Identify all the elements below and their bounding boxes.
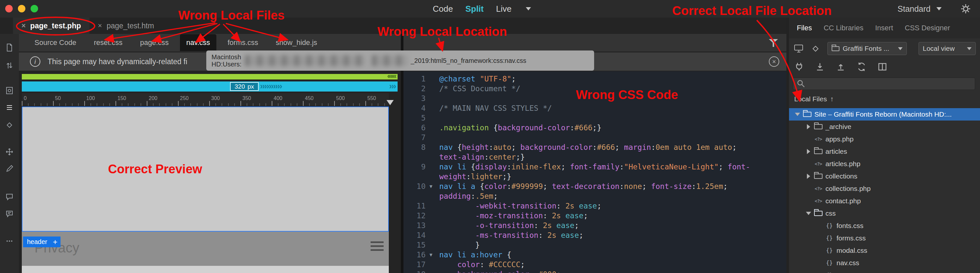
chevron-right-icon[interactable] — [805, 123, 813, 130]
code-line[interactable]: 4/* MAIN NAV CSS STYLES */ — [404, 103, 786, 113]
code-line[interactable]: 11 -webkit-transition: 2s ease; — [404, 201, 786, 211]
caret-spacer — [816, 247, 824, 254]
tree-item-page.css[interactable]: {}page.css — [789, 269, 980, 273]
design-canvas[interactable] — [22, 107, 389, 231]
more-options-icon[interactable] — [5, 236, 14, 247]
code-line[interactable]: 9nav li {display:inline-flex; font-famil… — [404, 162, 786, 172]
code-line[interactable]: 17 color: #CCCCCC; — [404, 260, 786, 270]
tree-item-contact.php[interactable]: <?>contact.php — [789, 195, 980, 207]
code-line[interactable]: 15 } — [404, 240, 786, 250]
related-file-forms.css[interactable]: forms.css — [221, 34, 264, 51]
notes-icon[interactable] — [5, 209, 14, 220]
dom-panel-icon[interactable] — [5, 103, 14, 113]
tree-item-articles.php[interactable]: <?>articles.php — [789, 158, 980, 170]
code-fold-icon[interactable]: ▼ — [430, 250, 439, 260]
close-tab-icon[interactable]: × — [98, 21, 102, 30]
view-mode-code[interactable]: Code — [433, 4, 453, 14]
document-icon[interactable] — [5, 43, 14, 53]
zoom-window-button[interactable] — [30, 5, 38, 13]
settings-button[interactable] — [961, 3, 971, 15]
view-select-dropdown[interactable]: Local view — [918, 42, 976, 55]
related-file-reset.css[interactable]: reset.css — [87, 34, 129, 51]
related-file-Source Code[interactable]: Source Code — [28, 34, 83, 51]
local-files-header[interactable]: Local Files ↑ — [794, 95, 834, 103]
view-mode-split[interactable]: Split — [465, 4, 484, 14]
close-tab-icon[interactable]: × — [21, 21, 26, 30]
panel-tab-files[interactable]: Files — [797, 24, 812, 32]
code-text: /* MAIN NAV CSS STYLES */ — [439, 103, 552, 113]
code-line[interactable]: 3 — [404, 94, 786, 103]
close-infobar-icon[interactable]: × — [769, 56, 779, 67]
minimize-window-button[interactable] — [18, 5, 25, 13]
code-line[interactable]: weight:lighter;} — [404, 172, 786, 182]
code-line[interactable]: 7 — [404, 133, 786, 142]
code-line[interactable]: 1@charset "UTF-8"; — [404, 74, 786, 84]
panel-tab-css-designer[interactable]: CSS Designer — [905, 24, 950, 32]
ruler-tick-label: 250 — [180, 96, 189, 101]
panel-tab-cc-libraries[interactable]: CC Libraries — [824, 24, 863, 32]
move-tool-icon[interactable] — [5, 147, 14, 158]
code-line[interactable]: 18 background-color: #000; — [404, 270, 786, 273]
media-query-drag-handle[interactable] — [387, 100, 394, 105]
code-line[interactable]: 2/* CSS Document */ — [404, 84, 786, 94]
code-view[interactable]: 1@charset "UTF-8";2/* CSS Document */34/… — [404, 71, 786, 273]
code-line[interactable]: 12 -moz-transition: 2s ease; — [404, 211, 786, 220]
connect-server-icon[interactable] — [794, 62, 804, 73]
tree-item-apps.php[interactable]: <?>apps.php — [789, 133, 980, 145]
code-line[interactable]: 13 -o-transition: 2s ease; — [404, 220, 786, 230]
close-window-button[interactable] — [5, 5, 13, 13]
comments-icon[interactable] — [5, 192, 14, 203]
document-tab[interactable]: ×page_test.htm — [89, 18, 163, 34]
panel-tab-insert[interactable]: Insert — [875, 24, 893, 32]
tree-item-articles[interactable]: articles — [789, 145, 980, 158]
tree-item-_archive[interactable]: _archive — [789, 121, 980, 133]
code-line[interactable]: 14 -ms-transition: 2s ease; — [404, 230, 786, 240]
put-files-icon[interactable] — [836, 62, 846, 73]
tree-item-site-root[interactable]: Site – Graffiti Fonts Reborn (Macintosh … — [789, 108, 980, 121]
filter-icon[interactable] — [769, 39, 778, 47]
tree-item-fonts.css[interactable]: {}fonts.css — [789, 220, 980, 232]
search-input[interactable] — [809, 80, 972, 88]
synchronize-icon[interactable] — [857, 62, 867, 73]
chevron-right-icon[interactable] — [805, 148, 813, 155]
workspace-switcher[interactable]: Standard — [898, 0, 942, 18]
code-line[interactable]: padding:.5em; — [404, 191, 786, 201]
site-select-dropdown[interactable]: Graffiti Fonts ... — [827, 42, 907, 55]
brush-icon[interactable] — [5, 164, 14, 175]
assets-icon[interactable] — [5, 121, 14, 131]
get-files-icon[interactable] — [815, 62, 825, 73]
expand-panel-icon[interactable] — [878, 62, 887, 73]
file-search[interactable] — [793, 78, 975, 90]
related-file-show_hide.js[interactable]: show_hide.js — [269, 34, 324, 51]
tree-item-nav.css[interactable]: {}nav.css — [789, 257, 980, 269]
code-line[interactable]: 16▼nav li a:hover { — [404, 250, 786, 260]
device-preview-icon[interactable] — [794, 44, 804, 55]
tree-item-css[interactable]: css — [789, 207, 980, 220]
chevron-down-icon[interactable] — [805, 210, 813, 217]
view-mode-live[interactable]: Live — [496, 4, 512, 14]
swap-arrows-icon[interactable] — [5, 61, 14, 71]
media-query-bar-cyan[interactable]: 320px ›››››››››› ››› — [22, 81, 398, 91]
related-file-page.css[interactable]: page.css — [134, 34, 175, 51]
tree-item-collections.php[interactable]: <?>collections.php — [789, 182, 980, 195]
code-line[interactable]: 10▼nav li a {color:#999999; text-decorat… — [404, 182, 786, 191]
element-tag-badge[interactable]: header — [23, 236, 51, 247]
related-file-nav.css[interactable]: nav.css — [180, 34, 217, 51]
code-line[interactable]: text-align:center;} — [404, 152, 786, 162]
code-line[interactable]: 8nav {height:auto; background-color:#666… — [404, 142, 786, 152]
code-line[interactable]: 5 — [404, 113, 786, 123]
media-query-bar-green[interactable]: ‹‹‹‹‹‹ — [22, 74, 398, 80]
document-tab[interactable]: ×page_test.php — [13, 18, 89, 34]
tree-item-collections[interactable]: collections — [789, 170, 980, 182]
chevron-right-icon[interactable] — [805, 172, 813, 180]
code-line[interactable]: 6.navigation {background-color:#666;} — [404, 123, 786, 133]
git-icon[interactable] — [810, 44, 820, 55]
tree-item-forms.css[interactable]: {}forms.css — [789, 232, 980, 244]
hamburger-menu-icon[interactable] — [371, 241, 383, 253]
tree-item-modal.css[interactable]: {}modal.css — [789, 244, 980, 257]
preview-icon[interactable] — [5, 86, 14, 96]
add-element-button[interactable]: + — [50, 236, 60, 247]
code-fold-icon[interactable]: ▼ — [430, 182, 439, 191]
chevron-down-icon[interactable] — [794, 111, 801, 118]
line-number: 12 — [404, 211, 430, 220]
